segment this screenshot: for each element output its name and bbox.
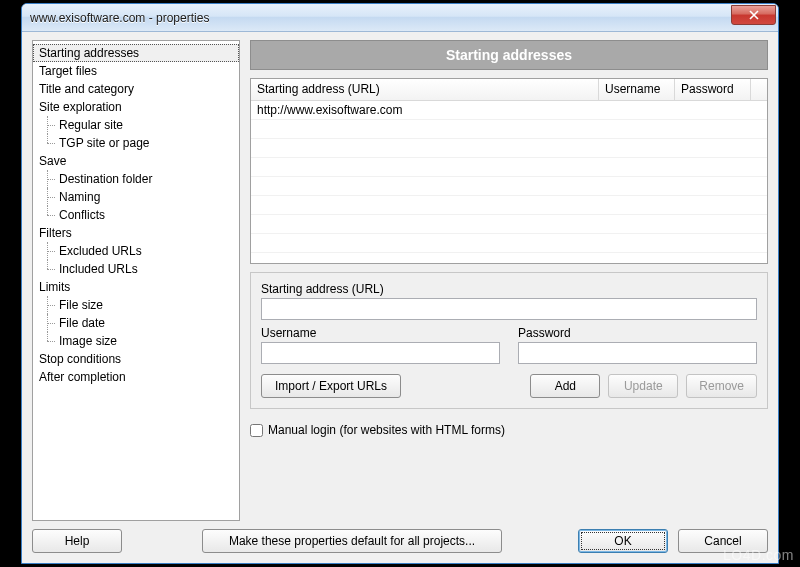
table-cell <box>751 177 767 195</box>
titlebar[interactable]: www.exisoftware.com - properties <box>22 4 778 32</box>
table-header: Starting address (URL) Username Password <box>251 79 767 101</box>
table-cell <box>751 139 767 157</box>
import-export-button[interactable]: Import / Export URLs <box>261 374 401 398</box>
password-input[interactable] <box>518 342 757 364</box>
properties-dialog: www.exisoftware.com - properties Startin… <box>21 3 779 564</box>
table-row[interactable]: http://www.exisoftware.com <box>251 101 767 120</box>
table-cell <box>751 215 767 233</box>
tree-item[interactable]: Title and category <box>33 80 239 98</box>
tree-child-label: TGP site or page <box>59 135 150 151</box>
tree-child[interactable]: Excluded URLs <box>33 242 239 260</box>
category-tree[interactable]: Starting addressesTarget filesTitle and … <box>32 40 240 521</box>
tree-item[interactable]: Site exploration <box>33 98 239 116</box>
col-url[interactable]: Starting address (URL) <box>251 79 599 100</box>
tree-child[interactable]: Regular site <box>33 116 239 134</box>
url-label: Starting address (URL) <box>261 282 757 296</box>
table-row[interactable] <box>251 177 767 196</box>
watermark: LO4D.com <box>723 547 794 563</box>
close-icon <box>749 10 759 20</box>
table-cell <box>599 158 675 176</box>
table-cell <box>599 101 675 119</box>
tree-child[interactable]: Image size <box>33 332 239 350</box>
tree-child[interactable]: Conflicts <box>33 206 239 224</box>
tree-child[interactable]: TGP site or page <box>33 134 239 152</box>
table-cell <box>251 215 599 233</box>
table-cell <box>599 234 675 252</box>
tree-item[interactable]: Stop conditions <box>33 350 239 368</box>
url-input[interactable] <box>261 298 757 320</box>
manual-login-row: Manual login (for websites with HTML for… <box>250 423 768 437</box>
tree-branch-icon <box>39 118 59 132</box>
table-cell <box>599 120 675 138</box>
dialog-buttons: Help Make these properties default for a… <box>32 529 768 553</box>
table-row[interactable] <box>251 158 767 177</box>
table-cell <box>599 139 675 157</box>
tree-item[interactable]: Starting addresses <box>33 44 239 62</box>
tree-branch-icon <box>39 244 59 258</box>
table-cell <box>751 101 767 119</box>
username-input[interactable] <box>261 342 500 364</box>
tree-branch-icon <box>39 316 59 330</box>
edit-panel: Starting address (URL) Username Password <box>250 272 768 409</box>
table-cell <box>751 196 767 214</box>
add-button[interactable]: Add <box>530 374 600 398</box>
table-cell <box>675 120 751 138</box>
tree-branch-icon <box>39 334 59 348</box>
table-row[interactable] <box>251 196 767 215</box>
password-label: Password <box>518 326 757 340</box>
tree-branch-icon <box>39 298 59 312</box>
content-panel: Starting addresses Starting address (URL… <box>250 40 768 521</box>
table-cell <box>751 120 767 138</box>
tree-child[interactable]: Included URLs <box>33 260 239 278</box>
username-label: Username <box>261 326 500 340</box>
tree-child-label: Conflicts <box>59 207 105 223</box>
table-cell <box>675 177 751 195</box>
ok-button[interactable]: OK <box>578 529 668 553</box>
table-cell <box>675 196 751 214</box>
table-row[interactable] <box>251 215 767 234</box>
table-cell <box>599 196 675 214</box>
table-row[interactable] <box>251 234 767 253</box>
table-cell <box>251 158 599 176</box>
table-cell <box>751 234 767 252</box>
tree-child-label: Included URLs <box>59 261 138 277</box>
table-cell <box>675 139 751 157</box>
remove-button[interactable]: Remove <box>686 374 757 398</box>
client-area: Starting addressesTarget filesTitle and … <box>22 32 778 563</box>
col-password[interactable]: Password <box>675 79 751 100</box>
table-cell <box>251 234 599 252</box>
tree-child-label: File date <box>59 315 105 331</box>
table-cell <box>675 215 751 233</box>
tree-item[interactable]: Filters <box>33 224 239 242</box>
table-cell: http://www.exisoftware.com <box>251 101 599 119</box>
close-button[interactable] <box>731 5 776 25</box>
update-button[interactable]: Update <box>608 374 678 398</box>
tree-branch-icon <box>39 136 59 150</box>
tree-item[interactable]: Limits <box>33 278 239 296</box>
table-body: http://www.exisoftware.com <box>251 101 767 253</box>
make-default-button[interactable]: Make these properties default for all pr… <box>202 529 502 553</box>
tree-item[interactable]: Target files <box>33 62 239 80</box>
table-cell <box>675 158 751 176</box>
addresses-table[interactable]: Starting address (URL) Username Password… <box>250 78 768 264</box>
table-row[interactable] <box>251 139 767 158</box>
col-spacer <box>751 79 767 100</box>
tree-item[interactable]: Save <box>33 152 239 170</box>
manual-login-checkbox[interactable] <box>250 424 263 437</box>
tree-item[interactable]: After completion <box>33 368 239 386</box>
table-cell <box>599 177 675 195</box>
tree-child[interactable]: Destination folder <box>33 170 239 188</box>
tree-child-label: Regular site <box>59 117 123 133</box>
manual-login-label: Manual login (for websites with HTML for… <box>268 423 505 437</box>
table-row[interactable] <box>251 120 767 139</box>
tree-child[interactable]: File size <box>33 296 239 314</box>
tree-branch-icon <box>39 208 59 222</box>
tree-child-label: Image size <box>59 333 117 349</box>
tree-child[interactable]: File date <box>33 314 239 332</box>
col-username[interactable]: Username <box>599 79 675 100</box>
table-cell <box>599 215 675 233</box>
tree-branch-icon <box>39 190 59 204</box>
tree-child[interactable]: Naming <box>33 188 239 206</box>
tree-branch-icon <box>39 172 59 186</box>
help-button[interactable]: Help <box>32 529 122 553</box>
